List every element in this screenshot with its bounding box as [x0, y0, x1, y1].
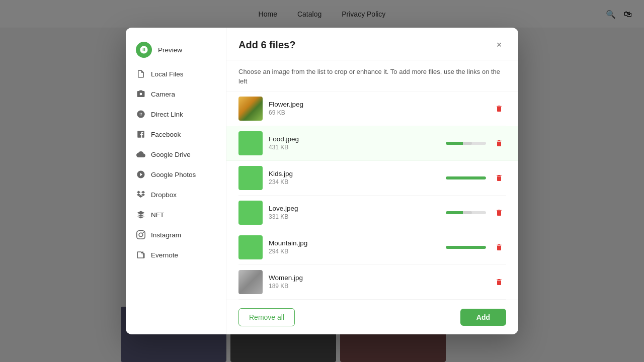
- sidebar-label-evernote: Evernote: [151, 251, 178, 259]
- file-list: Flower.jpeg 69 KB Food.jpeg 431 KB: [226, 92, 518, 300]
- file-name: Food.jpeg: [269, 135, 440, 143]
- sidebar-label-google-drive: Google Drive: [151, 151, 191, 158]
- modal-title: Add 6 files?: [238, 39, 295, 51]
- delete-file-button[interactable]: [492, 275, 506, 289]
- file-thumbnail: [238, 131, 263, 155]
- file-size: 331 KB: [269, 213, 440, 220]
- progress-fill: [446, 246, 486, 249]
- file-thumbnail: [238, 201, 263, 225]
- file-row: Food.jpeg 431 KB: [226, 126, 518, 161]
- file-row: Mountain.jpg 294 KB: [238, 230, 506, 265]
- sidebar-label-nft: NFT: [151, 211, 164, 219]
- file-info: Women.jpg 189 KB: [269, 274, 486, 290]
- file-info: Love.jpeg 331 KB: [269, 205, 440, 220]
- add-button[interactable]: Add: [460, 309, 506, 326]
- file-info: Food.jpeg 431 KB: [269, 135, 440, 151]
- file-progress: [446, 142, 486, 145]
- file-size: 234 KB: [269, 178, 440, 186]
- file-icon: [136, 69, 146, 79]
- sidebar-item-google-photos[interactable]: Google Photos: [126, 164, 226, 185]
- file-thumbnail: [238, 166, 263, 190]
- file-row: Love.jpeg 331 KB: [238, 196, 506, 230]
- progress-bar: [446, 246, 486, 249]
- sidebar-label-instagram: Instagram: [151, 231, 181, 239]
- file-name: Love.jpeg: [269, 205, 440, 212]
- sidebar-item-google-drive[interactable]: Google Drive: [126, 144, 226, 164]
- close-button[interactable]: ×: [492, 38, 506, 52]
- remove-all-button[interactable]: Remove all: [238, 308, 295, 326]
- sidebar-label-facebook: Facebook: [151, 131, 181, 138]
- file-size: 189 KB: [269, 283, 486, 290]
- sidebar-label-local-files: Local Files: [151, 70, 184, 78]
- modal-header: Add 6 files? ×: [226, 28, 518, 60]
- file-name: Flower.jpeg: [269, 101, 486, 108]
- delete-file-button[interactable]: [492, 206, 506, 220]
- file-thumbnail: [238, 235, 263, 259]
- modal-overlay: Preview Local Files Camera: [0, 0, 644, 362]
- file-row: Flower.jpeg 69 KB: [238, 92, 506, 126]
- file-progress: [446, 211, 486, 214]
- sidebar-item-facebook[interactable]: Facebook: [126, 124, 226, 144]
- file-info: Mountain.jpg 294 KB: [269, 239, 440, 255]
- google-photos-icon: [136, 169, 146, 179]
- camera-icon: [136, 89, 146, 99]
- instagram-icon: [136, 230, 146, 240]
- sidebar-item-preview[interactable]: Preview: [126, 36, 226, 64]
- file-thumbnail: [238, 270, 263, 294]
- preview-icon: [136, 42, 152, 58]
- file-progress: [446, 176, 486, 179]
- link-icon: [136, 109, 146, 119]
- evernote-icon: [136, 250, 146, 260]
- file-upload-modal: Preview Local Files Camera: [126, 28, 518, 334]
- file-size: 69 KB: [269, 109, 486, 116]
- file-size: 294 KB: [269, 248, 440, 255]
- file-info: Flower.jpeg 69 KB: [269, 101, 486, 116]
- google-drive-icon: [136, 149, 146, 159]
- file-row: Kids.jpg 234 KB: [238, 161, 506, 196]
- progress-fill: [446, 211, 472, 214]
- sidebar-item-direct-link[interactable]: Direct Link: [126, 104, 226, 124]
- delete-file-button[interactable]: [492, 102, 506, 116]
- sidebar-label-camera: Camera: [151, 90, 175, 98]
- delete-file-button[interactable]: [492, 136, 506, 150]
- nft-icon: [136, 210, 146, 220]
- modal-footer: Remove all Add: [226, 300, 518, 334]
- sidebar-item-dropbox[interactable]: Dropbox: [126, 185, 226, 205]
- sidebar-item-instagram[interactable]: Instagram: [126, 225, 226, 245]
- sidebar-label-google-photos: Google Photos: [151, 171, 196, 178]
- file-row: Women.jpg 189 KB: [238, 265, 506, 300]
- sidebar-label-preview: Preview: [158, 46, 182, 54]
- sidebar-label-direct-link: Direct Link: [151, 111, 183, 118]
- progress-bar: [446, 142, 486, 145]
- file-info: Kids.jpg 234 KB: [269, 170, 440, 186]
- facebook-icon: [136, 129, 146, 139]
- delete-file-button[interactable]: [492, 171, 506, 185]
- sidebar-label-dropbox: Dropbox: [151, 191, 177, 199]
- file-name: Mountain.jpg: [269, 239, 440, 247]
- progress-bar: [446, 176, 486, 179]
- file-name: Kids.jpg: [269, 170, 440, 177]
- sidebar-item-nft[interactable]: NFT: [126, 205, 226, 225]
- progress-bar: [446, 211, 486, 214]
- modal-main: Add 6 files? × Choose an image from the …: [226, 28, 518, 334]
- file-size: 431 KB: [269, 144, 440, 151]
- file-thumbnail: [238, 97, 263, 121]
- sidebar-item-local-files[interactable]: Local Files: [126, 64, 226, 84]
- sidebar-item-camera[interactable]: Camera: [126, 84, 226, 104]
- sidebar-item-evernote[interactable]: Evernote: [126, 245, 226, 265]
- file-progress: [446, 246, 486, 249]
- delete-file-button[interactable]: [492, 240, 506, 254]
- dropbox-icon: [136, 190, 146, 200]
- modal-sidebar: Preview Local Files Camera: [126, 28, 226, 334]
- progress-fill: [446, 176, 486, 179]
- modal-subtitle: Choose an image from the list to crop or…: [226, 60, 518, 91]
- progress-fill: [446, 142, 472, 145]
- file-name: Women.jpg: [269, 274, 486, 282]
